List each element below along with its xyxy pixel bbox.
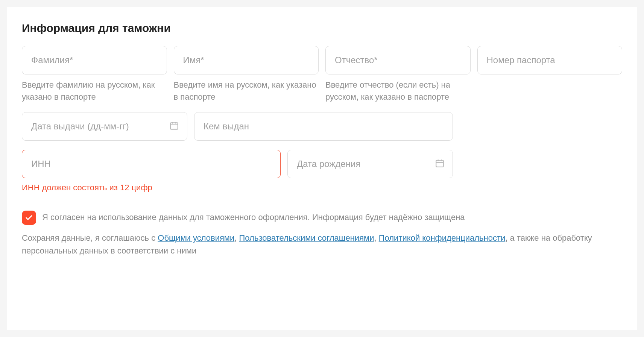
consent-text: Я согласен на использование данных для т… — [42, 212, 465, 223]
terms-link[interactable]: Общими условиями — [158, 233, 234, 243]
legal-prefix: Сохраняя данные, я соглашаюсь с — [22, 233, 158, 243]
consent-row: Я согласен на использование данных для т… — [22, 211, 622, 225]
firstname-input[interactable] — [174, 46, 319, 74]
inn-input[interactable] — [22, 150, 281, 178]
lastname-hint: Введите фамилию на русском, как указано … — [22, 79, 167, 103]
inn-error: ИНН должен состоять из 12 цифр — [22, 183, 281, 193]
middlename-hint: Введите отчество (если есть) на русском,… — [325, 79, 471, 103]
field-issue-date — [22, 112, 187, 141]
section-title: Информация для таможни — [22, 22, 622, 35]
field-birth-date — [287, 150, 453, 178]
row-inn-birth: ИНН должен состоять из 12 цифр — [22, 150, 622, 193]
legal-sep2: , — [374, 233, 378, 243]
passport-number-input[interactable] — [477, 46, 623, 74]
field-lastname: Введите фамилию на русском, как указано … — [22, 46, 167, 103]
agreements-link[interactable]: Пользовательскими соглашениями — [239, 233, 374, 243]
middlename-input[interactable] — [325, 46, 471, 74]
legal-text: Сохраняя данные, я соглашаюсь с Общими у… — [22, 232, 622, 257]
lastname-input[interactable] — [22, 46, 167, 74]
field-issued-by — [194, 112, 453, 141]
field-passport-number — [477, 46, 623, 74]
issue-date-input[interactable] — [22, 112, 187, 141]
birth-date-input[interactable] — [287, 150, 453, 178]
firstname-hint: Введите имя на русском, как указано в па… — [174, 79, 319, 103]
row-passport-details — [22, 112, 622, 141]
consent-checkbox[interactable] — [22, 211, 36, 225]
issued-by-input[interactable] — [194, 112, 453, 141]
field-firstname: Введите имя на русском, как указано в па… — [174, 46, 319, 103]
legal-sep1: , — [234, 233, 239, 243]
privacy-link[interactable]: Политикой конфиденциальности — [379, 233, 506, 243]
customs-info-card: Информация для таможни Введите фамилию н… — [7, 7, 637, 330]
field-inn: ИНН должен состоять из 12 цифр — [22, 150, 281, 193]
row-names: Введите фамилию на русском, как указано … — [22, 46, 622, 103]
field-middlename: Введите отчество (если есть) на русском,… — [325, 46, 471, 103]
